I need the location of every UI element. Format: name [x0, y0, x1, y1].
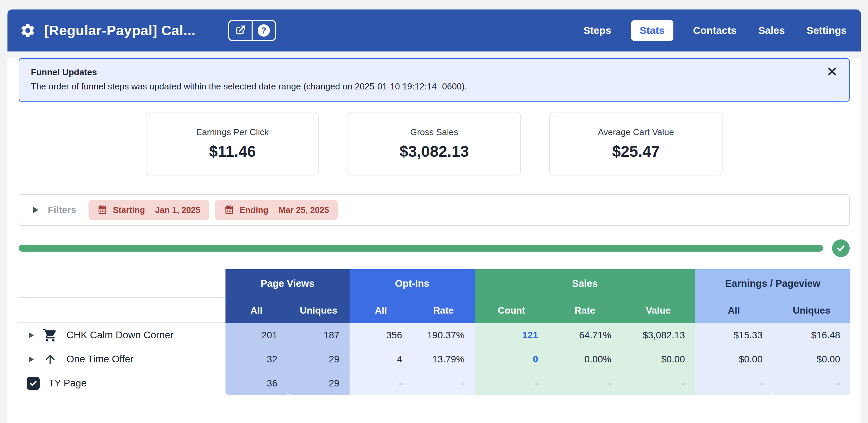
help-icon: ? — [258, 24, 270, 37]
load-progress — [19, 239, 850, 257]
filters-bar: Filters Starting Jan 1, 2025 Ending Mar … — [19, 194, 850, 226]
cell-sales-rate: - — [548, 371, 622, 395]
alert-close-button[interactable] — [825, 65, 839, 79]
cell-earnings-uniques: $16.48 — [773, 323, 850, 347]
cell-page-views-all: 201 — [225, 323, 288, 347]
cell-sales-count-link[interactable]: 0 — [475, 347, 548, 371]
help-button[interactable]: ? — [253, 21, 275, 40]
expand-caret-icon[interactable] — [29, 356, 34, 362]
gear-icon[interactable] — [20, 22, 36, 39]
col-group-opt-ins: Opt-Ins — [350, 269, 475, 298]
cart-icon — [43, 328, 58, 343]
funnel-topbar: [Regular-Paypal] Cal... ? Steps Stats Co… — [7, 9, 861, 51]
gross-sales-card: Gross Sales $3,082.13 — [348, 112, 521, 175]
cell-sales-value: $3,082.13 — [622, 323, 695, 347]
col-group-page-views: Page Views — [225, 269, 350, 298]
card-value: $11.46 — [209, 142, 256, 161]
earnings-per-click-card: Earnings Per Click $11.46 — [146, 112, 319, 175]
funnel-stats-table: Page Views Opt-Ins Sales Earnings / Page… — [19, 269, 850, 395]
col-opt-ins-rate: Rate — [412, 298, 475, 323]
col-opt-ins-all: All — [350, 298, 412, 323]
cell-earnings-uniques: - — [773, 371, 850, 395]
progress-bar — [19, 245, 823, 252]
arrow-up-icon — [43, 352, 58, 367]
close-icon — [827, 66, 837, 78]
step-name: CHK Calm Down Corner — [66, 330, 174, 341]
card-label: Average Cart Value — [598, 127, 674, 138]
alert-message: The order of funnel steps was updated wi… — [31, 81, 837, 92]
table-row: CHK Calm Down Corner — [19, 323, 225, 347]
topbar-action-group: ? — [228, 20, 276, 41]
checkbox-checked-icon[interactable] — [27, 377, 40, 390]
col-group-sales: Sales — [475, 269, 695, 298]
cell-opt-ins-all: 4 — [350, 347, 412, 371]
cell-page-views-all: 32 — [225, 347, 288, 371]
chevron-right-icon[interactable] — [33, 207, 38, 213]
starting-value: Jan 1, 2025 — [155, 205, 200, 215]
cell-sales-count-link[interactable]: 121 — [475, 323, 548, 347]
cell-page-views-uniques: 29 — [288, 371, 350, 395]
cell-page-views-uniques: 29 — [288, 347, 350, 371]
cell-opt-ins-rate: 190.37% — [412, 323, 475, 347]
cell-page-views-all: 36 — [225, 371, 288, 395]
ending-label: Ending — [240, 205, 269, 215]
alert-title: Funnel Updates — [31, 66, 837, 78]
card-value: $25.47 — [612, 142, 660, 161]
cell-opt-ins-all: 356 — [350, 323, 412, 347]
col-earnings-uniques: Uniques — [773, 298, 850, 323]
table-row: One Time Offer — [19, 347, 225, 371]
cell-sales-value: $0.00 — [622, 347, 695, 371]
average-cart-value-card: Average Cart Value $25.47 — [549, 112, 723, 175]
cell-sales-count: - — [475, 371, 548, 395]
cell-earnings-uniques: $0.00 — [773, 347, 850, 371]
table-subheader-spacer — [19, 298, 225, 323]
expand-caret-icon[interactable] — [29, 332, 34, 338]
cell-sales-rate: 64.71% — [548, 323, 622, 347]
open-funnel-button[interactable] — [229, 21, 252, 40]
step-name: TY Page — [48, 378, 86, 389]
card-label: Earnings Per Click — [196, 127, 269, 138]
ending-value: Mar 25, 2025 — [279, 205, 329, 215]
filters-toggle[interactable]: Filters — [48, 205, 76, 215]
cell-page-views-uniques: 187 — [288, 323, 350, 347]
cell-earnings-all: $0.00 — [695, 347, 773, 371]
cell-sales-rate: 0.00% — [548, 347, 622, 371]
funnel-nav: Steps Stats Contacts Sales Settings — [581, 20, 849, 41]
funnel-title: [Regular-Paypal] Cal... — [44, 23, 196, 39]
cell-opt-ins-rate: - — [412, 371, 475, 395]
nav-steps[interactable]: Steps — [581, 20, 613, 41]
col-sales-count: Count — [475, 298, 548, 323]
external-link-icon — [235, 25, 246, 37]
table-corner-spacer — [19, 269, 225, 298]
nav-settings[interactable]: Settings — [805, 20, 849, 41]
col-group-earnings-pageview: Earnings / Pageview — [695, 269, 850, 298]
funnel-updates-alert: Funnel Updates The order of funnel steps… — [19, 58, 850, 102]
col-page-views-uniques: Uniques — [288, 298, 350, 323]
check-circle-icon — [832, 239, 850, 257]
cell-opt-ins-rate: 13.79% — [412, 347, 475, 371]
ending-date-chip[interactable]: Ending Mar 25, 2025 — [215, 200, 338, 220]
starting-date-chip[interactable]: Starting Jan 1, 2025 — [88, 200, 209, 220]
card-value: $3,082.13 — [399, 142, 469, 161]
calendar-icon — [97, 205, 107, 215]
card-label: Gross Sales — [410, 127, 458, 138]
nav-sales[interactable]: Sales — [756, 20, 787, 41]
cell-earnings-all: - — [695, 371, 773, 395]
cell-opt-ins-all: - — [350, 371, 412, 395]
calendar-icon — [224, 205, 234, 215]
col-sales-rate: Rate — [548, 298, 622, 323]
cell-earnings-all: $15.33 — [695, 323, 773, 347]
nav-stats[interactable]: Stats — [631, 20, 673, 41]
table-row: TY Page — [19, 371, 225, 395]
nav-contacts[interactable]: Contacts — [691, 20, 738, 41]
funnel-app: [Regular-Paypal] Cal... ? Steps Stats Co… — [7, 9, 861, 423]
summary-cards: Earnings Per Click $11.46 Gross Sales $3… — [19, 112, 850, 175]
step-name: One Time Offer — [66, 354, 134, 365]
col-page-views-all: All — [225, 298, 288, 323]
col-sales-value: Value — [622, 298, 695, 323]
starting-label: Starting — [113, 205, 145, 215]
cell-sales-value: - — [622, 371, 695, 395]
col-earnings-all: All — [695, 298, 773, 323]
stats-page: Funnel Updates The order of funnel steps… — [7, 58, 861, 423]
